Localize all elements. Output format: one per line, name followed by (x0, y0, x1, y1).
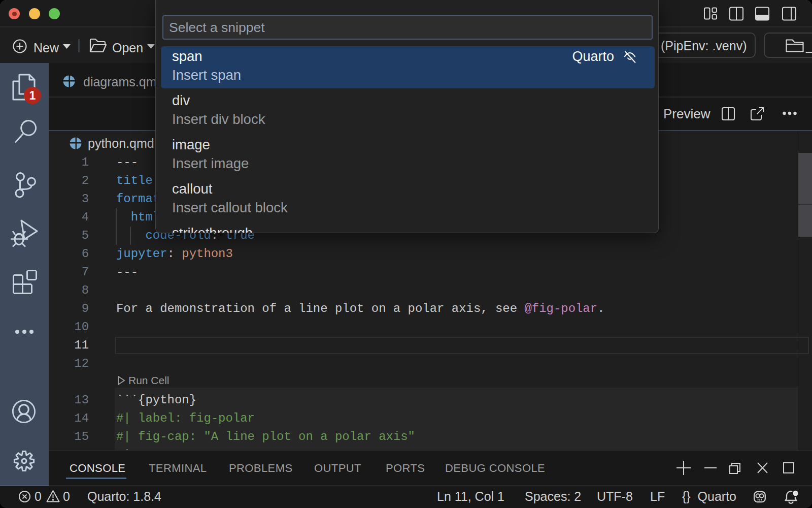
svg-text:1: 1 (29, 89, 36, 102)
